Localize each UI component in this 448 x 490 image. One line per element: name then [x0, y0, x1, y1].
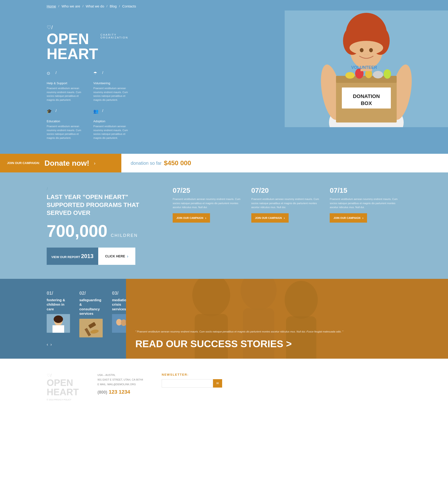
programs-prev-icon[interactable]: ‹ — [47, 342, 48, 347]
svg-rect-26 — [53, 325, 64, 333]
nav-sep-4: / — [119, 4, 120, 8]
hero-subtitle-1: CHARITY — [100, 33, 128, 36]
education-title: Education — [47, 120, 84, 123]
feature-volunteering: ☂ / Volunteering Praesent vestibulum aen… — [93, 71, 131, 102]
footer: ♡/ OPEN HEART © 2014 PRIVACY POLICY USA … — [0, 359, 448, 410]
stats-date-2: 07/20 — [251, 186, 323, 194]
hero-title-heart: HEART — [47, 46, 98, 61]
success-headline[interactable]: READ OUR SUCCESS STORIES > — [135, 339, 343, 349]
nav-home[interactable]: Home — [47, 4, 56, 8]
campaign-arrow-2-icon: › — [284, 216, 285, 220]
stats-text-1: Praesent vestibulum aenean noummy endren… — [173, 197, 244, 210]
campaign-label-1: JOIN OUR CAMPAIGN — [176, 217, 203, 219]
stats-date-3: 07/15 — [330, 186, 401, 194]
campaign-button-1[interactable]: JOIN OUR CAMPAIGN › — [173, 213, 210, 223]
nav-who-we-are[interactable]: Who we are — [61, 4, 80, 8]
svg-point-25 — [54, 315, 63, 323]
footer-newsletter: NEWSLETTER: ✉ — [162, 373, 222, 388]
footer-address-block: USA – AUSTIN, 901 EAST E STREET, UTAH, C… — [97, 373, 143, 395]
program-image-2 — [79, 319, 103, 337]
newsletter-submit-button[interactable]: ✉ — [213, 379, 222, 388]
feature-help-support: ⊙ / Help & Support Praesent vestibulum a… — [47, 71, 84, 102]
stats-number: 700,000 — [47, 222, 107, 240]
footer-brand: ♡/ OPEN HEART © 2014 PRIVACY POLICY — [47, 373, 79, 401]
stats-children-label: CHILDREN — [111, 233, 138, 238]
click-here-arrow-icon: › — [127, 254, 128, 259]
svg-point-9 — [345, 72, 355, 79]
newsletter-label: NEWSLETTER: — [162, 373, 222, 376]
edu-slash: / — [55, 109, 56, 113]
nav-sep-3: / — [107, 4, 108, 8]
view-report-button[interactable]: VIEW OUR REPORT 2013 — [47, 248, 98, 265]
svg-point-20 — [360, 48, 364, 52]
nav-what-we-do[interactable]: What we do — [86, 4, 104, 8]
click-here-label: CLICK HERE — [105, 254, 125, 258]
nav-bar: Home / Who we are / What we do / Blog / … — [0, 0, 448, 10]
programs-nav[interactable]: ‹ › — [47, 342, 117, 347]
nav-contacts[interactable]: Contacts — [122, 4, 136, 8]
hero-logo-icon: ♡/ — [47, 25, 131, 31]
program-item-2: 02/ safeguarding & consultancy services — [79, 290, 103, 337]
hero-content: ♡/ OPEN HEART CHARITY ORGANIZATION ⊙ / H… — [0, 10, 131, 154]
help-support-text: Praesent vestibulum aenean noummy endren… — [47, 86, 84, 102]
donation-so-far-label: donation so far — [131, 160, 161, 166]
campaign-button-3[interactable]: JOIN OUR CAMPAIGN › — [330, 213, 367, 223]
vol-slash: / — [102, 71, 103, 75]
nav-sep-2: / — [83, 4, 84, 8]
email-icon: ✉ — [216, 382, 219, 385]
programs-next-icon[interactable]: › — [50, 342, 52, 347]
feature-help-header: ⊙ / — [47, 71, 84, 76]
program-num-1: 01/ — [47, 290, 70, 296]
programs-section: 01/ fostering & children in care 02/ saf… — [0, 279, 448, 359]
hero-subtitle-block: CHARITY ORGANIZATION — [100, 32, 128, 39]
hero-image-bg: DONATION BOX — [285, 10, 448, 127]
programs-right: " Praesent vestibulum aenean noummy endr… — [126, 279, 448, 359]
stats-left: / LAST YEAR "OPEN HEART" SUPPORTED PROGR… — [47, 186, 159, 265]
nav-sep-1: / — [58, 4, 59, 8]
stats-text-3: Praesent vestibulum aenean noummy endren… — [330, 197, 401, 210]
volunteering-text: Praesent vestibulum aenean noummy endren… — [93, 86, 131, 102]
gavel-img-svg — [79, 319, 103, 337]
hero-title-open: OPEN — [47, 32, 98, 46]
hero-brand: OPEN HEART CHARITY ORGANIZATION — [47, 32, 131, 61]
svg-point-21 — [369, 48, 373, 52]
program-title-2: safeguarding & consultancy services — [79, 298, 103, 316]
education-text: Praesent vestibulum aenean noummy endren… — [47, 124, 84, 140]
feature-adoption: 👥 / Adoption Praesent vestibulum aenean … — [93, 109, 131, 140]
svg-point-12 — [373, 71, 383, 79]
hero-features: ⊙ / Help & Support Praesent vestibulum a… — [47, 71, 131, 140]
campaign-arrow-1-icon: › — [205, 216, 206, 220]
adopt-slash: / — [102, 109, 103, 113]
stats-buttons: VIEW OUR REPORT 2013 CLICK HERE › — [47, 248, 159, 265]
stats-slash: / — [47, 186, 159, 191]
campaign-label-2: JOIN OUR CAMPAIGN — [255, 217, 282, 219]
click-here-button[interactable]: CLICK HERE › — [98, 248, 136, 265]
footer-address-1: USA – AUSTIN, — [97, 373, 143, 377]
footer-brand-heart: HEART — [47, 387, 79, 397]
newsletter-input-row: ✉ — [162, 379, 222, 388]
stats-number-row: 700,000 CHILDREN — [47, 221, 159, 241]
footer-email: E MAIL: MAIL@DEMOLINK.ORG — [97, 382, 143, 387]
campaign-button-2[interactable]: JOIN OUR CAMPAIGN › — [251, 213, 289, 223]
donate-now-button[interactable]: Donate now! — [44, 159, 89, 167]
program-title-1: fostering & children in care — [47, 298, 70, 312]
svg-text:VOLUNTEER: VOLUNTEER — [351, 65, 377, 70]
success-text: " Praesent vestibulum aenean noummy endr… — [126, 320, 352, 359]
hero-volunteer-image: DONATION BOX — [285, 10, 448, 127]
campaign-label-3: JOIN OUR CAMPAIGN — [334, 217, 360, 219]
donate-left[interactable]: JOIN OUR CAMPAIGN: Donate now! › — [0, 154, 121, 172]
report-year: 2013 — [81, 253, 93, 259]
stats-headline: LAST YEAR "OPEN HEART" SUPPORTED PROGRAM… — [47, 193, 159, 217]
education-icon: 🎓 — [47, 109, 54, 114]
main-nav: Home / Who we are / What we do / Blog / … — [0, 0, 448, 10]
program-image-1 — [47, 314, 70, 333]
adoption-icon: 👥 — [93, 109, 100, 114]
donate-right: donation so far $450 000 — [121, 154, 448, 172]
volunteer-svg: DONATION BOX — [285, 10, 448, 127]
newsletter-email-input[interactable] — [162, 379, 213, 388]
program-item-1: 01/ fostering & children in care — [47, 290, 70, 337]
stats-section: / LAST YEAR "OPEN HEART" SUPPORTED PROGR… — [0, 172, 448, 279]
child-img-svg — [47, 314, 70, 333]
nav-blog[interactable]: Blog — [110, 4, 117, 8]
footer-phone-number: 123 1234 — [109, 389, 130, 395]
